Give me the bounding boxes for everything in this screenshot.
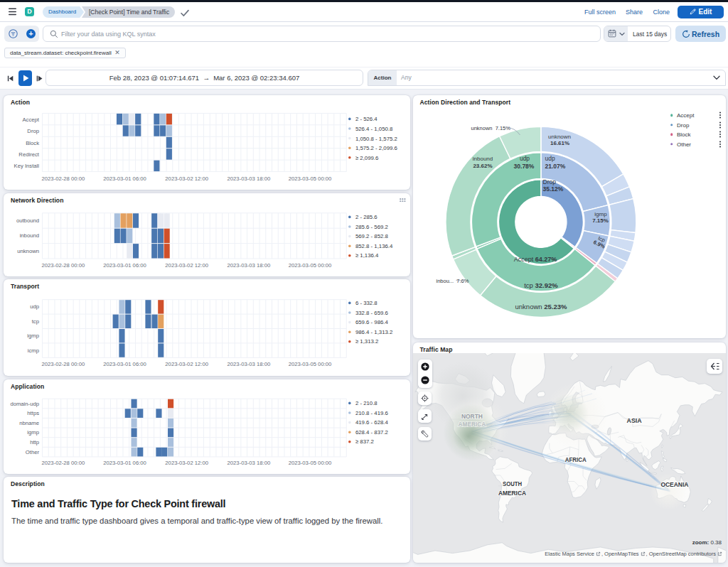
svg-text:udp: udp: [519, 155, 529, 162]
svg-text:tcp 32.92%: tcp 32.92%: [524, 281, 558, 289]
svg-text:ASIA: ASIA: [626, 416, 641, 424]
svg-text:OCEANIA: OCEANIA: [660, 480, 688, 487]
svg-text:unknown 7.15%: unknown 7.15%: [471, 125, 510, 131]
svg-text:NORTH: NORTH: [461, 412, 482, 420]
svg-text:21.07%: 21.07%: [545, 163, 565, 170]
svg-text:35.12%: 35.12%: [542, 185, 563, 193]
svg-text:udp: udp: [545, 155, 555, 162]
svg-text:AMERICA: AMERICA: [498, 488, 526, 496]
svg-text:AMERICA: AMERICA: [458, 420, 486, 428]
svg-text:30.78%: 30.78%: [513, 163, 534, 170]
svg-text:7.15%: 7.15%: [592, 217, 609, 224]
svg-text:inbou... 7.6%: inbou... 7.6%: [436, 278, 469, 284]
svg-text:inbound: inbound: [472, 156, 492, 162]
svg-text:unknown 25.23%: unknown 25.23%: [515, 303, 567, 310]
svg-text:SOUTH: SOUTH: [503, 480, 522, 487]
svg-text:23.62%: 23.62%: [473, 163, 492, 169]
svg-text:Accept 64.27%: Accept 64.27%: [513, 256, 557, 263]
svg-text:AFRICA: AFRICA: [564, 455, 586, 463]
svg-text:Drop: Drop: [542, 178, 556, 185]
svg-text:16.61%: 16.61%: [550, 140, 569, 146]
svg-text:igmp: igmp: [594, 211, 607, 217]
